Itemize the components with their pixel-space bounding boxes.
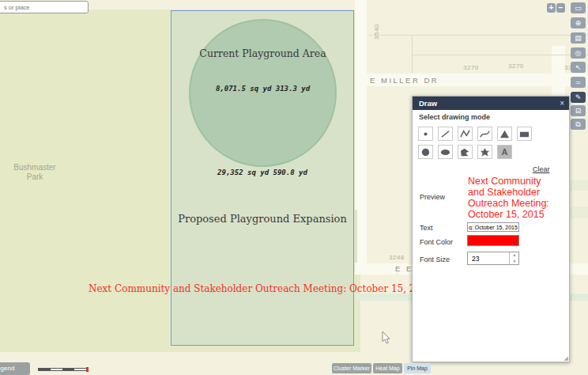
scale-bar-mark <box>86 367 89 372</box>
polyline-icon <box>459 129 471 139</box>
mode-circle-button[interactable] <box>418 145 433 159</box>
rect-measurement-annotation: 29,352 sq yd 590.8 yd <box>171 169 354 176</box>
zoom-out-button[interactable]: − <box>556 3 565 13</box>
buffer-icon[interactable]: ◎ <box>571 47 586 59</box>
layers-icon[interactable]: ⧉ <box>571 119 586 130</box>
triangle-icon <box>499 129 511 139</box>
pencil-icon[interactable]: ✎ <box>571 92 586 103</box>
mode-rectangle-button[interactable] <box>517 127 532 141</box>
draw-panel-title: Draw <box>419 97 437 110</box>
panel-resize-handle[interactable]: ◢ <box>564 355 568 361</box>
globe-icon[interactable]: ⊕ <box>571 17 586 28</box>
pin-map-button[interactable]: Pin Map <box>404 363 431 373</box>
font-color-swatch[interactable] <box>467 235 519 246</box>
scale-bar <box>38 368 87 371</box>
point-icon <box>420 129 432 139</box>
mode-freehand-button[interactable] <box>477 145 492 159</box>
mode-polygon-button[interactable] <box>458 145 473 159</box>
meeting-note-annotation: Next Community and Stakeholder Outreach … <box>89 283 413 294</box>
curve-icon <box>479 129 491 139</box>
scale-segment <box>74 369 86 370</box>
mode-triangle-button[interactable] <box>497 127 512 141</box>
map-application: Bushmaster Park E MILLER DR 3540 3270 32… <box>0 0 588 375</box>
mode-line-button[interactable] <box>438 127 453 141</box>
draw-panel-header[interactable]: Draw × <box>413 97 569 110</box>
freehand-star-icon <box>479 147 491 157</box>
circle-icon <box>420 147 432 157</box>
mode-polyline-button[interactable] <box>458 127 473 141</box>
circle-measurement-annotation: 8,071.5 sq yd 313.3 yd <box>189 85 337 93</box>
select-icon[interactable]: ↖ <box>571 62 586 73</box>
house-number-3248: 3248 <box>389 254 405 261</box>
polygon-icon <box>459 147 471 157</box>
search-placeholder: s or place <box>4 4 30 11</box>
font-size-spinner: ▲ ▼ <box>509 252 518 264</box>
legend-button[interactable]: Legend <box>0 362 30 375</box>
street-label-e: E E <box>395 264 413 273</box>
street-label-miller: E MILLER DR <box>370 76 439 85</box>
rect-title-annotation: Proposed Playground Expansion <box>171 213 354 225</box>
spinner-up-icon[interactable]: ▲ <box>510 252 519 258</box>
measure-icon[interactable]: = <box>571 77 586 88</box>
scale-segment <box>39 369 51 370</box>
scale-segment <box>62 369 74 370</box>
cluster-marker-button[interactable]: Cluster Marker <box>332 363 371 373</box>
mode-label: Select drawing mode <box>419 113 490 121</box>
search-input[interactable]: s or place <box>0 1 89 13</box>
mode-point-button[interactable] <box>418 127 433 141</box>
park-name-label: Bushmaster Park <box>6 163 63 182</box>
line-icon <box>439 129 451 139</box>
parcel-line <box>412 55 588 55</box>
printer-icon[interactable]: ⊟ <box>571 105 586 116</box>
ellipse-icon <box>439 147 451 157</box>
preview-text: Next Community and Stakeholder Outreach … <box>468 176 550 220</box>
scale-segment <box>51 369 62 370</box>
house-number-3270b: 3270 <box>508 62 524 70</box>
mouse-cursor <box>382 331 391 345</box>
mode-text-button[interactable]: A <box>497 145 512 159</box>
rectangle-icon <box>518 129 530 139</box>
screen-icon[interactable]: ▭ <box>571 2 586 13</box>
basemap-icon[interactable]: ▤ <box>571 32 586 44</box>
heat-map-button[interactable]: Heat Map <box>373 363 402 373</box>
spinner-down-icon[interactable]: ▼ <box>510 259 519 264</box>
house-number-3540: 3540 <box>373 24 380 40</box>
text-mode-icon: A <box>502 148 508 157</box>
text-label: Text <box>420 224 433 232</box>
close-icon[interactable]: × <box>560 97 564 110</box>
font-size-label: Font Size <box>420 256 450 263</box>
parcel-line <box>368 35 588 36</box>
circle-title-annotation: Current Playground Area <box>189 47 337 59</box>
font-color-label: Font Color <box>420 238 453 246</box>
clear-link[interactable]: Clear <box>533 165 550 173</box>
preview-label: Preview <box>420 193 445 201</box>
current-playground-circle[interactable] <box>189 19 337 167</box>
mode-curve-button[interactable] <box>477 127 492 141</box>
mode-ellipse-button[interactable] <box>438 145 453 159</box>
text-input[interactable] <box>467 222 519 232</box>
zoom-in-button[interactable]: + <box>547 3 556 13</box>
draw-panel: Draw × Select drawing mode <box>412 96 570 362</box>
house-number-3270a: 3270 <box>463 64 479 71</box>
